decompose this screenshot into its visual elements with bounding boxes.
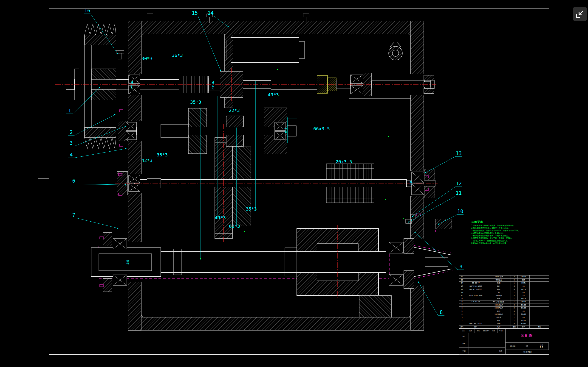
- bom-cell: [465, 303, 487, 307]
- bearing-symbol: [126, 131, 137, 140]
- note-line: 8.箱体外表面涂灰色油漆，内壁涂耐油油漆。: [471, 242, 547, 244]
- bom-cell: [465, 313, 487, 316]
- balloon-number: 8: [440, 309, 443, 315]
- bolt: [120, 110, 123, 112]
- bearing-symbol: [412, 184, 424, 195]
- bom-row: 3齿轮轴145: [459, 316, 549, 319]
- bom-cell: GB/T6170-2000: [465, 288, 487, 291]
- dimension-label: 42*3: [141, 158, 153, 163]
- leader-dot: [415, 232, 416, 233]
- bolt: [120, 144, 123, 146]
- bom-cell: 六角螺栓: [487, 294, 511, 297]
- bom-cell: 垫圈: [487, 322, 511, 325]
- note-line: 5.剖分面涂密封胶或水玻璃，不允许使用垫片。: [471, 234, 547, 237]
- balloon-number: 16: [84, 8, 90, 14]
- bolt: [435, 230, 439, 232]
- leader-dot: [114, 114, 115, 115]
- leader-dot: [228, 26, 229, 27]
- bearing-symbol: [412, 172, 424, 183]
- bom-cell: [530, 322, 549, 325]
- weight-label: 重量: [526, 345, 528, 347]
- bearing-symbol: [351, 85, 363, 94]
- bearing-symbol: [126, 122, 137, 131]
- bearing-symbol: [351, 75, 363, 83]
- snap-marker: [200, 258, 201, 259]
- note-line: 1.装配前所有零件用煤油清洗，滚动轴承用汽油清洗。: [471, 224, 547, 227]
- dimension-label: 36*3: [172, 52, 183, 58]
- bom-cell: [530, 310, 549, 313]
- bearing-symbol: [275, 122, 285, 131]
- stage-label: 阶段标记: [510, 345, 515, 347]
- bom-cell: 端盖: [487, 297, 511, 300]
- bearing-symbol: [129, 184, 140, 192]
- diameter-label: Ø35k6: [212, 81, 215, 90]
- leader-dot: [125, 148, 127, 149]
- gearbox-housing: [128, 21, 424, 330]
- bom-cell: 65Mn: [518, 322, 530, 325]
- drawing-title: 装配图: [506, 329, 549, 343]
- exit-fullscreen-button[interactable]: [573, 7, 587, 21]
- bom-cell: GCr15: [518, 275, 530, 278]
- bom-row: 12GB/T6170-2000螺母6Q215: [459, 288, 549, 291]
- bom-header-row: 序号代号名称数量材料备注: [459, 325, 549, 328]
- tb-role: 设计: [459, 333, 469, 340]
- balloon-number: 14: [208, 10, 214, 16]
- dimension-label: 35*3: [190, 99, 201, 105]
- leader-dot: [117, 53, 119, 55]
- bom-row: 11轴145: [459, 291, 549, 294]
- balloon-number: 13: [456, 150, 462, 156]
- balloon-leader: [73, 88, 100, 114]
- bom-cell: [530, 275, 549, 278]
- bom-cell: 名称: [487, 325, 511, 328]
- leader-dot: [408, 222, 409, 223]
- note-line: 4.调整轴承轴向间隙为0.05~0.10mm。: [471, 232, 547, 234]
- balloon-number: 12: [456, 181, 462, 186]
- tb-role: 审核: [459, 340, 469, 347]
- bom-cell: [465, 307, 487, 310]
- tb-role: 批准: [496, 348, 505, 354]
- bom-cell: [530, 307, 549, 310]
- bom-cell: 箱体: [487, 319, 511, 322]
- note-line: 6.装配后空载试运转，运转平稳、无异响、不漏油。: [471, 237, 547, 240]
- bom-cell: 13: [459, 285, 465, 288]
- bom-cell: [465, 291, 487, 294]
- bom-cell: [465, 310, 487, 313]
- bom-cell: 1: [459, 322, 465, 325]
- bom-cell: 6: [511, 288, 518, 291]
- scale-label: 比例: [540, 344, 543, 346]
- bom-cell: 30205轴承: [487, 275, 511, 278]
- leader-dot: [125, 126, 127, 127]
- bom-cell: [530, 316, 549, 319]
- bom-cell: 6: [459, 307, 465, 310]
- bom-cell: GB 93-77: [465, 282, 487, 285]
- diameter-label: Ø55: [409, 180, 413, 185]
- bom-cell: 9: [459, 297, 465, 300]
- bom-cell: [465, 319, 487, 322]
- bom-cell: [530, 294, 549, 297]
- bom-cell: 45: [518, 294, 530, 297]
- leader-dot: [117, 228, 119, 229]
- bom-cell: 30207轴承: [487, 307, 511, 310]
- snap-marker: [244, 231, 245, 232]
- bom-cell: 7: [459, 303, 465, 307]
- bom-cell: Q215: [518, 288, 530, 291]
- bom-cell: 1: [511, 316, 518, 319]
- balloon-number: 6: [72, 178, 75, 184]
- bom-row: 1630205轴承2GCr15: [459, 275, 549, 278]
- bom-cell: 11: [459, 291, 465, 294]
- bom-cell: 45: [518, 316, 530, 319]
- bom-cell: 2: [459, 319, 465, 322]
- bom-row: 730214轴承2GCr15: [459, 303, 549, 307]
- dimension-label: 66x3.5: [313, 126, 330, 131]
- title-block: 标记 处数 分区 更改文件号 签名 年月日 设计 审核 工艺 批准 装配图 阶段…: [459, 328, 549, 355]
- bom-row: 630207轴承2GCr15: [459, 307, 549, 310]
- bom-cell: 8: [511, 322, 518, 325]
- leader-dot: [125, 184, 126, 186]
- diameter-label: Ø80: [126, 259, 129, 265]
- bom-row: 5齿轮445: [459, 310, 549, 313]
- tb-header-cell: 更改文件号: [482, 329, 490, 333]
- leader-dot: [418, 282, 419, 283]
- bom-cell: GCr15: [518, 313, 530, 316]
- bom-cell: [530, 285, 549, 288]
- snap-marker: [277, 69, 278, 70]
